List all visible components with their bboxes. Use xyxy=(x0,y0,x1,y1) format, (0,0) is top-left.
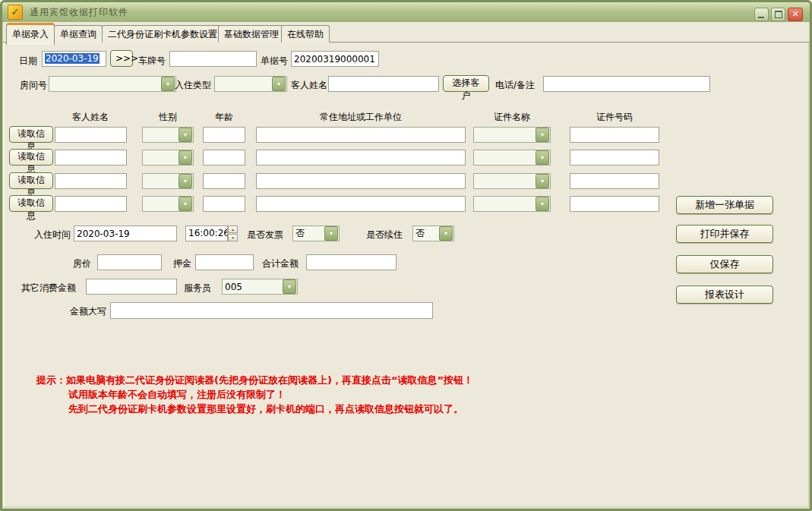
room-select[interactable] xyxy=(49,76,176,92)
amount-words-label: 金额大写 xyxy=(70,305,106,318)
chevron-down-icon[interactable] xyxy=(179,128,192,142)
new-receipt-button[interactable]: 新增一张单据 xyxy=(676,196,773,214)
guest-row-age-input[interactable] xyxy=(203,150,245,166)
plate-input[interactable] xyxy=(169,51,257,67)
chevron-down-icon[interactable] xyxy=(536,197,549,211)
print-save-button[interactable]: 打印并保存 xyxy=(676,225,773,243)
guest-row-address-input[interactable] xyxy=(256,127,466,143)
stay-type-select[interactable] xyxy=(214,76,287,92)
report-design-button[interactable]: 报表设计 xyxy=(676,285,773,304)
checkin-time-label: 入住时间 xyxy=(34,229,71,241)
waiter-label: 服务员 xyxy=(184,282,211,295)
date-value-selected: 2020-03-19 xyxy=(45,53,100,64)
guest-row-gender-select[interactable] xyxy=(142,196,194,212)
checkin-date-input[interactable] xyxy=(74,226,177,241)
receipt-no-input[interactable] xyxy=(291,51,379,67)
header-gender: 性别 xyxy=(142,111,194,124)
save-only-button[interactable]: 仅保存 xyxy=(676,255,773,273)
guest-row-age-input[interactable] xyxy=(203,127,245,143)
close-icon: ✕ xyxy=(791,9,798,19)
phone-input[interactable] xyxy=(543,76,710,92)
invoice-label: 是否发票 xyxy=(247,229,283,241)
window-title: 通用宾馆收据打印软件 xyxy=(30,6,128,19)
chevron-down-icon[interactable] xyxy=(439,226,453,241)
chevron-down-icon[interactable] xyxy=(272,77,286,91)
read-info-button[interactable]: 读取信息 xyxy=(9,195,53,212)
total-input[interactable] xyxy=(306,254,397,270)
guest-row-id-type-select[interactable] xyxy=(473,196,551,212)
guest-row-gender-select[interactable] xyxy=(142,173,194,189)
select-customer-button[interactable]: 选择客户 xyxy=(443,75,489,92)
guest-row-name-input[interactable] xyxy=(55,127,127,143)
header-id-number: 证件号码 xyxy=(570,111,659,124)
read-info-button[interactable]: 读取信息 xyxy=(9,149,53,166)
guest-row-id-number-input[interactable] xyxy=(570,173,659,189)
phone-label: 电话/备注 xyxy=(495,79,535,92)
chevron-down-icon[interactable] xyxy=(536,128,549,142)
guest-row-address-input[interactable] xyxy=(256,196,466,212)
guest-row-name-input[interactable] xyxy=(55,173,127,189)
guest-row-id-number-input[interactable] xyxy=(570,127,659,143)
close-button[interactable]: ✕ xyxy=(788,8,803,21)
other-fee-label: 其它消费金额 xyxy=(21,282,76,295)
minimize-button[interactable] xyxy=(754,8,769,21)
date-picker-button[interactable]: >>> xyxy=(110,50,133,67)
stay-type-label: 入住类型 xyxy=(175,79,211,92)
guest-row-address-input[interactable] xyxy=(256,150,466,166)
guest-row-gender-select[interactable] xyxy=(142,150,194,166)
deposit-label: 押金 xyxy=(173,257,191,270)
guest-row-id-type-select[interactable] xyxy=(473,150,551,166)
chevron-down-icon[interactable] xyxy=(536,174,549,188)
tab-receipt-query[interactable]: 单据查询 xyxy=(54,25,103,43)
tab-receipt-entry[interactable]: 单据录入 xyxy=(6,23,55,45)
chevron-down-icon[interactable] xyxy=(161,77,175,91)
deposit-input[interactable] xyxy=(195,254,254,270)
tab-base-data[interactable]: 基础数据管理 xyxy=(218,25,285,43)
hint-text: 提示：如果电脑有接二代证身份证阅读器(先把身份证放在阅读器上)，再直接点击“读取… xyxy=(36,373,473,416)
minimize-icon xyxy=(758,17,764,18)
spin-down-icon[interactable] xyxy=(228,234,238,241)
guest-row-name-input[interactable] xyxy=(55,196,127,212)
date-field[interactable]: 2020-03-19 xyxy=(42,51,106,67)
other-fee-input[interactable] xyxy=(86,279,177,295)
waiter-select[interactable]: 005 xyxy=(222,279,298,295)
invoice-value: 否 xyxy=(293,227,305,240)
guest-row-name-input[interactable] xyxy=(55,150,127,166)
read-info-button[interactable]: 读取信息 xyxy=(9,172,53,189)
clock-spinner xyxy=(228,226,238,241)
invoice-select[interactable]: 否 xyxy=(292,226,340,241)
guest-row-age-input[interactable] xyxy=(203,196,245,212)
chevron-down-icon[interactable] xyxy=(283,279,296,294)
read-info-button[interactable]: 读取信息 xyxy=(9,126,53,143)
guest-name-input[interactable] xyxy=(328,76,439,92)
hint-line-3: 先到二代身份证刷卡机参数设置那里设置好，刷卡机的端口，再点读取信息按钮就可以了。 xyxy=(68,402,473,416)
maximize-icon xyxy=(775,11,782,18)
renew-label: 是否续住 xyxy=(366,229,403,241)
chevron-down-icon[interactable] xyxy=(179,197,192,211)
maximize-button[interactable] xyxy=(771,8,785,21)
plate-label: 车牌号 xyxy=(138,55,166,68)
chevron-down-icon[interactable] xyxy=(179,150,192,165)
tab-online-help[interactable]: 在线帮助 xyxy=(281,25,330,43)
spin-up-icon[interactable] xyxy=(228,226,238,233)
guest-row-id-number-input[interactable] xyxy=(570,150,659,166)
guest-row-id-type-select[interactable] xyxy=(473,127,551,143)
tab-id-reader-settings[interactable]: 二代身份证刷卡机参数设置 xyxy=(102,25,223,43)
chevron-down-icon[interactable] xyxy=(324,226,338,241)
guest-row-id-number-input[interactable] xyxy=(570,196,659,212)
guest-row-age-input[interactable] xyxy=(203,173,245,189)
hint-line-2: 试用版本年龄不会自动填写，注册后没有限制了！ xyxy=(68,387,473,402)
checkin-clock-field[interactable]: 16:00:26 xyxy=(185,226,228,241)
header-guest-name: 客人姓名 xyxy=(54,111,127,124)
renew-select[interactable]: 否 xyxy=(412,226,454,241)
room-label: 房间号 xyxy=(20,79,47,92)
chevron-down-icon[interactable] xyxy=(179,174,192,188)
guest-row-gender-select[interactable] xyxy=(142,127,194,143)
chevron-down-icon[interactable] xyxy=(536,150,549,165)
title-bar: ✓ 通用宾馆收据打印软件 ✕ xyxy=(2,2,810,22)
waiter-value: 005 xyxy=(223,282,242,292)
guest-row-id-type-select[interactable] xyxy=(473,173,551,189)
amount-words-input[interactable] xyxy=(110,302,433,319)
price-input[interactable] xyxy=(97,254,162,270)
guest-row-address-input[interactable] xyxy=(256,173,466,189)
